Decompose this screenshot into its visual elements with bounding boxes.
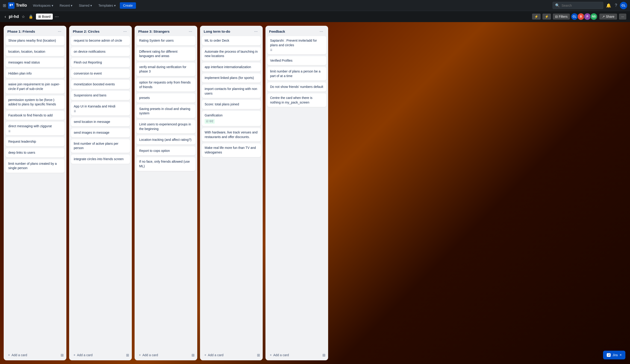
filters-button[interactable]: ⊟ Filters bbox=[553, 13, 570, 19]
card[interactable]: Verified Profiles bbox=[267, 56, 326, 65]
search-input[interactable] bbox=[562, 4, 598, 7]
jira-close-button[interactable]: × bbox=[620, 353, 622, 357]
card-text: messages read status bbox=[8, 60, 40, 64]
starred-button[interactable]: Starred ▾ bbox=[76, 2, 94, 9]
card[interactable]: Report to cops option bbox=[136, 146, 196, 156]
list-create-button-phase1[interactable]: ⊞ bbox=[60, 352, 64, 358]
trello-logo-icon bbox=[8, 2, 14, 9]
grid-icon[interactable]: ⊞ bbox=[3, 3, 6, 8]
card[interactable]: Rating System for users bbox=[136, 36, 196, 45]
list-cards-phase3: Rating System for usersDifferent rating … bbox=[134, 36, 197, 350]
card[interactable]: verify email during verification for pha… bbox=[136, 63, 196, 76]
card[interactable]: With hardware, live track venues and res… bbox=[202, 128, 261, 142]
add-card-button-feedback[interactable]: ＋Add a card bbox=[267, 352, 291, 359]
add-card-button-phase2[interactable]: ＋Add a card bbox=[71, 352, 94, 359]
card[interactable]: Centre the card when there is nothing in… bbox=[267, 93, 326, 107]
card[interactable]: ML to order Deck bbox=[202, 36, 261, 45]
card[interactable]: app interface internationalization bbox=[202, 63, 261, 72]
card[interactable]: limit number of active plans per person bbox=[71, 139, 130, 153]
add-card-button-phase1[interactable]: ＋Add a card bbox=[6, 352, 29, 359]
list-cards-feedback: Saptarshi : Prevent invite/add for plans… bbox=[266, 36, 328, 350]
list-menu-button-longterm[interactable]: ··· bbox=[253, 28, 259, 34]
card[interactable]: import contacts for planning with non us… bbox=[202, 84, 261, 98]
share-button[interactable]: ↗ Share bbox=[599, 13, 617, 19]
card[interactable]: integrate circles into friends screen bbox=[71, 155, 130, 164]
card-text: permission system to be (force-) added t… bbox=[8, 98, 56, 106]
card[interactable]: request to become admin of circle bbox=[71, 36, 130, 45]
help-button[interactable]: ? bbox=[614, 2, 618, 9]
customize-button[interactable]: ⋯ bbox=[54, 14, 59, 19]
card[interactable]: messages read status bbox=[6, 58, 64, 67]
card[interactable]: Do not show friends' numbers default bbox=[267, 82, 326, 92]
card[interactable]: implement linked plans (for sports) bbox=[202, 73, 261, 83]
card-text: ML to order Deck bbox=[204, 39, 229, 42]
card-text: Different rating for different languages… bbox=[139, 50, 178, 58]
member-avatar-ns[interactable]: NS bbox=[590, 13, 598, 20]
card[interactable]: permission system to be (force-) added t… bbox=[6, 95, 64, 109]
card[interactable]: Gamification☑0/2 bbox=[202, 111, 261, 126]
workspaces-button[interactable]: Workspaces ▾ bbox=[31, 2, 56, 9]
card[interactable]: Different rating for different languages… bbox=[136, 47, 196, 61]
list-create-button-phase2[interactable]: ⊞ bbox=[125, 352, 130, 358]
add-card-button-phase3[interactable]: ＋Add a card bbox=[136, 352, 160, 359]
templates-button[interactable]: Templates ▾ bbox=[96, 2, 118, 9]
more-options-button[interactable]: ··· bbox=[619, 13, 626, 19]
list-footer-phase3: ＋Add a card⊞ bbox=[134, 350, 197, 360]
notifications-button[interactable]: 🔔 bbox=[605, 2, 612, 9]
lock-button[interactable]: 🔒 bbox=[28, 13, 34, 20]
card[interactable]: App UI in Kannada and Hindi☰ bbox=[71, 102, 130, 116]
card-text: App UI in Kannada and Hindi bbox=[74, 104, 116, 108]
card-text: direct messaging with ziggurat bbox=[8, 124, 52, 128]
card[interactable]: conversion to event bbox=[71, 69, 130, 78]
card[interactable]: location, location, location bbox=[6, 47, 64, 56]
card-text: Request leadership bbox=[8, 140, 36, 143]
card[interactable]: Make real life more fun than TV and vide… bbox=[202, 143, 261, 157]
card[interactable]: Score: total plans joined bbox=[202, 100, 261, 109]
card[interactable]: deep links to users bbox=[6, 148, 64, 157]
card[interactable]: monetization boosted events bbox=[71, 80, 130, 89]
card[interactable]: send location in message bbox=[71, 117, 130, 127]
recent-button[interactable]: Recent ▾ bbox=[58, 2, 75, 9]
card[interactable]: send images in message bbox=[71, 128, 130, 137]
automation-button[interactable]: ⚡ bbox=[542, 13, 551, 19]
card[interactable]: Location tracking (and affect rating?) bbox=[136, 135, 196, 145]
card[interactable]: Show plans nearby first (location) bbox=[6, 36, 64, 45]
trello-logo[interactable]: Trello bbox=[8, 2, 27, 9]
card-text: Limit users to experienced groups in the… bbox=[139, 122, 191, 131]
card[interactable]: Flesh out Reporting bbox=[71, 58, 130, 67]
card[interactable]: limit number of plans created by a singl… bbox=[6, 159, 64, 173]
card[interactable]: Saptarshi : Prevent invite/add for plans… bbox=[267, 36, 326, 54]
back-button[interactable]: ‹ bbox=[4, 13, 7, 20]
card[interactable]: Request leadership bbox=[6, 137, 64, 146]
card[interactable]: Limit users to experienced groups in the… bbox=[136, 120, 196, 134]
list-menu-button-phase2[interactable]: ··· bbox=[122, 28, 128, 34]
card[interactable]: on device notifications bbox=[71, 47, 130, 56]
card[interactable]: limit number of plans a person be a part… bbox=[267, 67, 326, 81]
card[interactable]: direct messaging with ziggurat☰ bbox=[6, 122, 64, 135]
card[interactable]: If no face, only friends allowed (use ML… bbox=[136, 157, 196, 171]
card[interactable]: option for requests only from friends of… bbox=[136, 78, 196, 92]
card[interactable]: Saving presets in cloud and sharing syst… bbox=[136, 104, 196, 118]
card[interactable]: Suspensions and bans bbox=[71, 91, 130, 100]
list-menu-button-phase3[interactable]: ··· bbox=[187, 28, 194, 34]
jira-badge[interactable]: J Jira × bbox=[603, 351, 626, 360]
create-button[interactable]: Create bbox=[120, 2, 136, 9]
list-create-button-phase3[interactable]: ⊞ bbox=[190, 352, 196, 358]
card[interactable]: Hidden plan info bbox=[6, 69, 64, 78]
card[interactable]: Facebook to find friends to add bbox=[6, 111, 64, 120]
card[interactable]: waive join requirement to join super-cir… bbox=[6, 80, 64, 93]
list-create-button-feedback[interactable]: ⊞ bbox=[322, 352, 326, 358]
list-create-button-longterm[interactable]: ⊞ bbox=[256, 352, 261, 358]
list-menu-button-feedback[interactable]: ··· bbox=[318, 28, 324, 34]
power-ups-button[interactable]: ⚡ bbox=[532, 13, 540, 19]
star-button[interactable]: ☆ bbox=[21, 13, 26, 20]
card-text: Show plans nearby first (location) bbox=[8, 39, 56, 42]
add-card-button-longterm[interactable]: ＋Add a card bbox=[202, 352, 225, 359]
card[interactable]: Automate the process of launching in new… bbox=[202, 47, 261, 61]
board-view-button[interactable]: ⊞ Board bbox=[36, 13, 53, 19]
card[interactable]: presets bbox=[136, 93, 196, 103]
search-box[interactable]: 🔍 bbox=[552, 2, 603, 9]
user-avatar[interactable]: CL bbox=[620, 2, 627, 9]
list-title-phase2: Phase 2: Circles bbox=[73, 29, 122, 33]
list-menu-button-phase1[interactable]: ··· bbox=[56, 28, 63, 34]
